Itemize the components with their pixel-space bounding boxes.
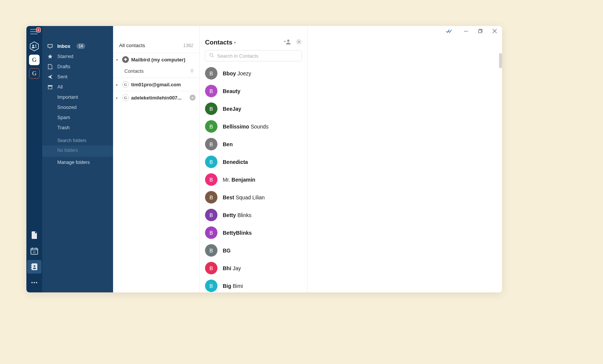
svg-point-12 bbox=[34, 265, 35, 267]
folder-pane: Inbox 14 Starred Drafts Sent All Importa… bbox=[42, 26, 113, 292]
svg-point-1 bbox=[32, 45, 34, 47]
contact-row[interactable]: BMr. Benjamin bbox=[205, 171, 306, 188]
g-avatar: G bbox=[122, 94, 129, 101]
contact-name: Beauty bbox=[223, 88, 240, 94]
contact-avatar: B bbox=[205, 67, 217, 80]
contact-avatar: B bbox=[205, 102, 217, 115]
contact-row[interactable]: BBenedicta bbox=[205, 153, 306, 171]
folder-trash[interactable]: Trash bbox=[42, 122, 113, 133]
svg-rect-17 bbox=[48, 86, 52, 89]
contact-row[interactable]: BBboy Joezy bbox=[205, 64, 306, 82]
svg-rect-10 bbox=[31, 266, 32, 267]
contact-row[interactable]: BBig Bimi bbox=[205, 277, 306, 292]
add-contact-icon[interactable] bbox=[284, 39, 291, 46]
contact-row[interactable]: BBellissimo Sounds bbox=[205, 118, 306, 135]
svg-line-21 bbox=[213, 56, 214, 58]
folder-snoozed[interactable]: Snoozed bbox=[42, 102, 113, 112]
svg-rect-9 bbox=[31, 265, 32, 265]
folder-starred[interactable]: Starred bbox=[42, 51, 113, 61]
inbox-icon bbox=[47, 44, 53, 49]
all-contacts-row[interactable]: All contacts 1362 bbox=[113, 41, 199, 53]
chevron-right-icon: ▸ bbox=[116, 83, 120, 87]
rail-account-g1[interactable]: G bbox=[28, 54, 40, 66]
star-icon bbox=[47, 54, 53, 59]
contact-name: Best Squad Lilian bbox=[223, 194, 265, 200]
svg-point-2 bbox=[35, 44, 36, 46]
folder-spam[interactable]: Spam bbox=[42, 112, 113, 122]
contact-name: BG bbox=[223, 248, 231, 254]
contact-name: Betty Blinks bbox=[223, 212, 251, 218]
mailbird-avatar bbox=[122, 56, 129, 63]
maximize-icon[interactable] bbox=[476, 29, 484, 34]
rail-calendar-icon[interactable]: 31 bbox=[27, 244, 41, 258]
contacts-title-dropdown[interactable]: Contacts ▾ bbox=[205, 39, 236, 46]
rail-files-icon[interactable] bbox=[27, 228, 41, 242]
rail-account-g2[interactable]: G bbox=[28, 67, 40, 80]
contact-avatar: B bbox=[205, 85, 217, 97]
icon-rail: 1 G G 31 bbox=[26, 26, 42, 292]
contact-row[interactable]: BBG bbox=[205, 242, 306, 259]
contacts-pane: Contacts ▾ BBboy JoezyBBeautyBBeeJayBBel… bbox=[200, 26, 308, 292]
folder-sent[interactable]: Sent bbox=[42, 72, 113, 82]
chevron-down-icon: ▾ bbox=[116, 58, 120, 62]
folder-inbox[interactable]: Inbox 14 bbox=[42, 41, 113, 51]
contact-list[interactable]: BBboy JoezyBBeautyBBeeJayBBellissimo Sou… bbox=[200, 64, 307, 292]
archive-icon bbox=[47, 85, 53, 89]
contact-row[interactable]: BBetty Blinks bbox=[205, 206, 306, 224]
contacts-search-input[interactable] bbox=[217, 53, 298, 59]
sync-icon[interactable] bbox=[445, 29, 453, 34]
folder-drafts[interactable]: Drafts bbox=[42, 61, 113, 72]
detail-pane bbox=[308, 26, 502, 292]
contact-avatar: B bbox=[205, 209, 217, 221]
contact-name: Benedicta bbox=[223, 159, 248, 165]
account-tim[interactable]: ▸ G tim01pro@gmail.com bbox=[113, 78, 199, 91]
rail-addressbook-icon[interactable] bbox=[27, 260, 41, 274]
folder-important[interactable]: Important bbox=[42, 92, 113, 102]
contact-avatar: B bbox=[205, 262, 217, 274]
contacts-header: Contacts ▾ bbox=[200, 39, 307, 50]
contact-row[interactable]: BBen bbox=[205, 135, 306, 153]
gear-icon[interactable] bbox=[296, 39, 302, 46]
minimize-icon[interactable] bbox=[462, 29, 470, 34]
accounts-pane: All contacts 1362 ▾ Mailbird (my compute… bbox=[113, 26, 200, 292]
contact-row[interactable]: BBeauty bbox=[205, 82, 306, 100]
svg-marker-0 bbox=[30, 42, 38, 51]
contact-name: Bellissimo Sounds bbox=[223, 124, 268, 130]
g-avatar: G bbox=[122, 81, 129, 88]
rail-contacts-icon[interactable] bbox=[28, 40, 40, 52]
svg-point-13 bbox=[31, 282, 33, 283]
contact-row[interactable]: BBettyBlinks bbox=[205, 224, 306, 242]
close-icon[interactable] bbox=[491, 29, 498, 34]
search-icon bbox=[209, 52, 214, 59]
contact-name: Mr. Benjamin bbox=[223, 177, 255, 183]
contact-avatar: B bbox=[205, 156, 217, 168]
contact-row[interactable]: BBeeJay bbox=[205, 100, 306, 118]
sent-icon bbox=[47, 74, 53, 80]
account-mailbird-contacts[interactable]: Contacts 0 bbox=[113, 66, 199, 78]
contact-avatar: B bbox=[205, 226, 217, 239]
rail-more-icon[interactable] bbox=[27, 276, 41, 289]
contacts-search[interactable] bbox=[205, 50, 302, 61]
contact-name: Ben bbox=[223, 141, 233, 147]
add-account-icon[interactable]: + bbox=[190, 95, 196, 101]
contact-avatar: B bbox=[205, 138, 217, 150]
svg-point-20 bbox=[210, 54, 213, 57]
svg-point-18 bbox=[287, 40, 289, 42]
folder-all[interactable]: All bbox=[42, 82, 113, 92]
contact-name: BeeJay bbox=[223, 106, 241, 112]
contact-avatar: B bbox=[205, 280, 217, 292]
account-mailbird[interactable]: ▾ Mailbird (my computer) bbox=[113, 53, 199, 66]
manage-folders[interactable]: Manage folders bbox=[42, 157, 113, 168]
search-folders-label: Search folders bbox=[42, 133, 113, 145]
chevron-down-icon: ▾ bbox=[234, 41, 236, 44]
hamburger-menu[interactable]: 1 bbox=[30, 29, 38, 35]
contact-row[interactable]: BBhi Jay bbox=[205, 259, 306, 277]
account-adeleke[interactable]: ▸ G adeleketimilehin007... + bbox=[113, 91, 199, 104]
app-window: 1 G G 31 Inbox bbox=[26, 26, 502, 292]
drafts-icon bbox=[47, 64, 53, 69]
svg-rect-11 bbox=[31, 268, 32, 269]
contact-row[interactable]: BBest Squad Lilian bbox=[205, 188, 306, 206]
hamburger-badge: 1 bbox=[36, 28, 41, 32]
contact-name: Big Bimi bbox=[223, 283, 243, 289]
svg-rect-23 bbox=[478, 30, 481, 33]
